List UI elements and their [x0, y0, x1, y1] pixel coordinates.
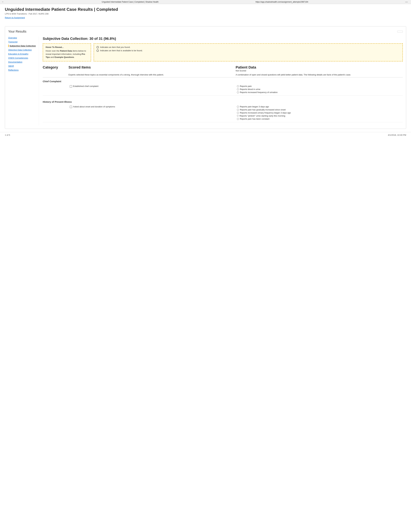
- category-label-history: History of Present Illness: [43, 99, 403, 104]
- sidebar-item-qsen[interactable]: QSEN Competencies: [8, 57, 37, 59]
- page-title: Unguided Intermediate Patient Case Resul…: [5, 7, 406, 12]
- legend-box: Indicates an item that you found. Indica…: [94, 43, 403, 61]
- sidebar-item-education[interactable]: Education & Empathy: [8, 53, 37, 55]
- sidebar-item-transcript[interactable]: Transcript: [8, 41, 37, 43]
- sidebar-item-sbar[interactable]: SBAR: [8, 65, 37, 67]
- sidebar-item-objective[interactable]: Objective Data Collection: [8, 49, 37, 51]
- sidebar-item-documentation[interactable]: Documentation: [8, 61, 37, 63]
- legend-found-text: Indicates an item that you found.: [100, 46, 131, 48]
- sidebar-item-subjective[interactable]: Subjective Data Collection: [8, 45, 37, 47]
- patient-data-history: Reports pain began 3 days ago Reports pa…: [237, 105, 403, 121]
- maximize-button[interactable]: —: [405, 1, 408, 3]
- return-to-assignment-link[interactable]: Return to Assignment: [5, 17, 25, 19]
- results-panel-title: Your Results: [8, 30, 27, 33]
- sidebar-item-overview[interactable]: Overview: [8, 37, 37, 39]
- legend-found-icon: [97, 46, 99, 48]
- table-row: Asked about onset and duration of sympto…: [43, 104, 403, 122]
- category-chief-complaint: Chief Complaint Established chief compla…: [43, 78, 403, 95]
- sidebar-navigation: Overview Transcript Subjective Data Coll…: [8, 37, 39, 125]
- page-indicator: 1 of 5: [5, 134, 10, 136]
- table-row: Established chief complaint Reports pain…: [43, 84, 403, 95]
- category-history-present-illness: History of Present Illness Asked about o…: [43, 99, 403, 122]
- section-heading: Subjective Data Collection: 30 of 31 (96…: [43, 37, 403, 41]
- data-circle-icon: [237, 88, 239, 90]
- data-circle-icon: [237, 109, 239, 111]
- page-subtitle: LPN to BSN Transitions - Fall 2017, NURS…: [5, 13, 406, 15]
- results-action-button[interactable]: [397, 31, 403, 33]
- hover-reveal-box: Hover To Reveal... Hover over the Patien…: [43, 43, 91, 61]
- patient-data-note: A combination of open and closed questio…: [236, 73, 403, 76]
- scored-item-chief-complaint: Established chief complaint: [70, 85, 236, 94]
- category-label-chief-complaint: Chief Complaint: [43, 78, 403, 84]
- not-scored-label: Not Scored: [236, 69, 403, 72]
- data-circle-icon: [237, 112, 239, 114]
- checkbox-icon: [70, 85, 72, 87]
- col-category-header: Category: [43, 65, 68, 72]
- data-circle-icon: [237, 85, 239, 87]
- data-circle-icon: [237, 115, 239, 116]
- legend-available-icon: [97, 49, 99, 52]
- tab-title: Unguided Intermediate Patient Case | Com…: [102, 1, 159, 3]
- hover-box-body: Hover over the Patient Data items below …: [46, 49, 88, 59]
- minimize-button[interactable]: −: [2, 1, 3, 3]
- col-patient-data-header: Patient Data Not Scored: [236, 65, 403, 72]
- sidebar-item-reflections[interactable]: Reflections: [8, 69, 37, 71]
- data-circle-icon: [237, 91, 239, 93]
- col-scored-header: Scored Items: [68, 65, 236, 72]
- timestamp: 4/1/2018, 10:40 PM: [388, 134, 406, 136]
- legend-available-text: Indicates an item that is available to b…: [100, 49, 143, 52]
- data-circle-icon: [237, 118, 239, 120]
- data-circle-icon: [237, 106, 239, 108]
- scored-item-onset: Asked about onset and duration of sympto…: [70, 105, 236, 121]
- hover-box-title: Hover To Reveal...: [46, 46, 88, 48]
- expert-note: Experts selected these topics as essenti…: [68, 73, 236, 76]
- patient-data-chief-complaint: Reports pain Reports blood in urine Repo…: [237, 85, 403, 94]
- url-bar: https://app.shadowhealth.com/assignment_…: [255, 1, 308, 3]
- checkbox-icon: [70, 106, 72, 108]
